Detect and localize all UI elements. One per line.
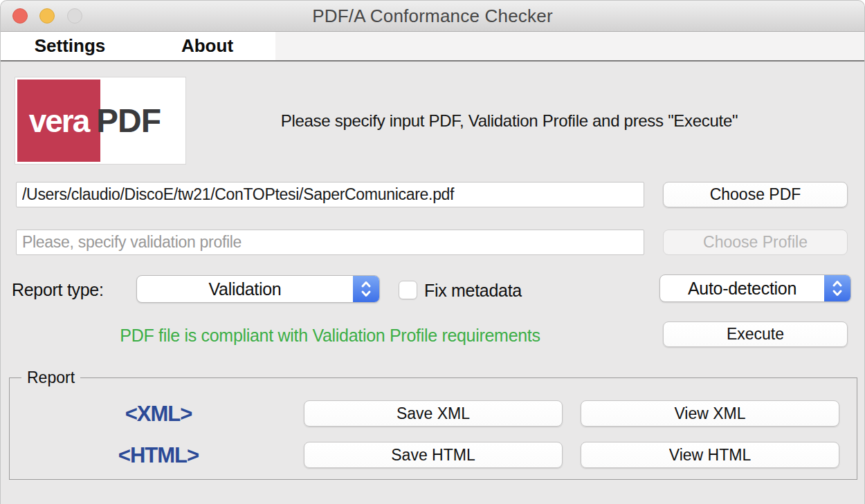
view-xml-button[interactable]: View XML (581, 400, 839, 427)
instruction-text: Please specify input PDF, Validation Pro… (201, 111, 817, 133)
chevron-up-down-icon (353, 276, 379, 302)
choose-pdf-button[interactable]: Choose PDF (663, 182, 848, 207)
flavour-select[interactable]: Auto-detection (659, 274, 851, 302)
window-title: PDF/A Conformance Checker (1, 1, 864, 32)
validation-profile-input[interactable] (16, 230, 644, 255)
fix-metadata-checkbox[interactable] (399, 281, 417, 299)
logo-pdf-text: PDF (96, 102, 161, 140)
choose-profile-button[interactable]: Choose Profile (663, 230, 848, 255)
logo-white-panel: PDF (100, 80, 183, 162)
logo-vera-text: vera (29, 102, 89, 140)
menu-bar: Settings About (1, 32, 864, 62)
report-type-label: Report type: (12, 280, 104, 300)
menu-about[interactable]: About (139, 32, 275, 60)
report-type-selected-value: Validation (137, 276, 353, 302)
view-html-button[interactable]: View HTML (581, 442, 839, 468)
save-html-button[interactable]: Save HTML (304, 442, 563, 468)
flavour-selected-value: Auto-detection (660, 275, 824, 301)
app-window: PDF/A Conformance Checker Settings About… (0, 0, 865, 504)
verapdf-logo: vera PDF (15, 77, 186, 165)
title-bar: PDF/A Conformance Checker (1, 1, 864, 32)
report-group-legend: Report (21, 368, 80, 387)
save-xml-button[interactable]: Save XML (304, 400, 563, 427)
xml-report-label: <XML> (96, 402, 221, 427)
report-type-select[interactable]: Validation (136, 275, 380, 303)
menu-settings[interactable]: Settings (1, 32, 139, 60)
compliance-status-text: PDF file is compliant with Validation Pr… (16, 326, 644, 346)
logo-red-panel: vera (17, 80, 100, 162)
chevron-up-down-icon (824, 275, 850, 301)
fix-metadata-label: Fix metadata (424, 281, 522, 301)
html-report-label: <HTML> (96, 443, 221, 468)
pdf-path-input[interactable] (16, 182, 644, 207)
execute-button[interactable]: Execute (663, 321, 848, 347)
